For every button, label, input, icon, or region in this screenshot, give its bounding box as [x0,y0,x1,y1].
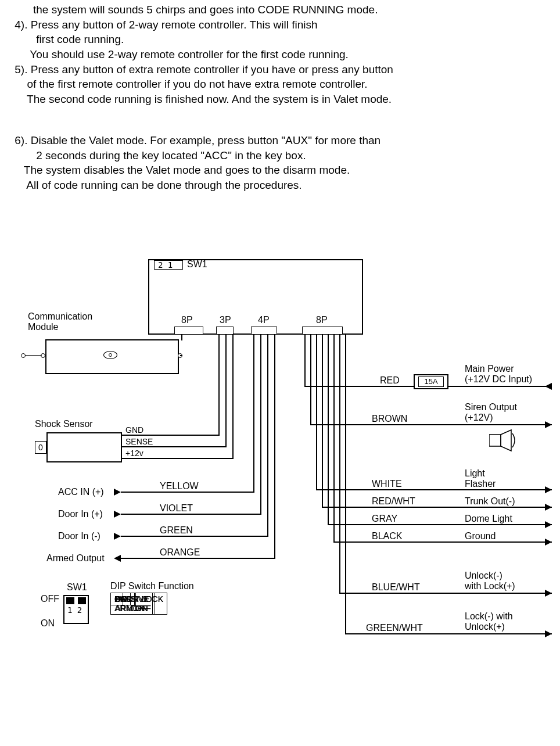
shock-wire-12v-v [232,335,234,459]
text-line: 6). Disable the Valet mode. For example,… [12,133,548,148]
li-name-1: ACC IN (+) [58,487,104,497]
comm-pin-left-wire [24,355,42,356]
text-line: 2 seconds during the key located "ACC" i… [12,148,548,163]
ro-h1b [448,386,552,387]
sw1-slot1 [66,597,74,604]
port-4p [251,327,277,335]
port-8p-b-label: 8P [316,315,328,325]
ro-color-1: RED [380,375,400,386]
li-v2 [260,335,261,515]
shock-sensor-box [46,432,122,462]
port-4p-label: 4P [258,315,270,325]
li-color-1: YELLOW [160,481,199,492]
ro-color-7: BLUE/WHT [372,582,420,593]
text-line: of the first remote controller if you do… [12,77,548,92]
text-line: The system disables the Valet mode and g… [12,163,548,178]
port-3p [216,327,234,335]
ro-h7 [339,593,552,594]
dip-title: DIP Switch Function [110,581,194,591]
wiring-diagram: 2 1 SW1 8P 3P 4P 8P Communication Module… [0,224,560,706]
instruction-text: the system will sounds 5 chirps and goes… [0,0,560,195]
comm-wire-h [180,355,182,356]
ro-v8 [345,335,346,634]
ro-v6 [333,335,335,543]
text-line: the system will sounds 5 chirps and goes… [12,2,548,17]
shock-wire-12v [122,458,234,459]
ro-v2 [310,335,311,425]
li-name-3: Door In (-) [58,531,100,541]
li-h3 [121,536,268,537]
ro-color-2: BROWN [372,414,407,424]
sw1-detail-title: SW1 [67,582,87,593]
text-line: 5). Press any button of extra remote con… [12,62,548,77]
main-module-box [148,259,363,335]
ro-h5 [328,524,552,525]
shock-wire-sense-v [225,335,227,447]
ro-h8 [345,633,552,634]
ro-a6 [545,539,552,546]
ro-v3 [316,335,317,490]
ro-h1a [304,386,414,387]
li-color-3: GREEN [160,525,193,536]
ro-v7 [339,335,340,594]
ro-a3 [545,486,552,493]
shock-gnd-label: GND [125,425,143,435]
shock-sense-label: SENSE [125,437,153,446]
text-line: 4). Press any button of 2-way remote con… [12,17,548,33]
li-v1 [253,335,254,493]
ro-name-8: Lock(-) with Unlock(+) [465,611,513,632]
li-a2 [114,511,121,518]
li-v3 [267,335,268,537]
ro-h2 [310,424,552,425]
port-8p-a-label: 8P [181,315,193,325]
comm-pin-left-end [21,353,26,358]
ro-color-8: GREEN/WHT [366,623,423,633]
ro-name-7: Unlock(-) with Lock(+) [465,571,515,591]
ro-a1 [545,383,552,390]
comm-module-label: Communication Module [28,311,92,332]
comm-wire-v [181,335,182,340]
li-color-2: VIOLET [160,503,193,514]
ro-color-4: RED/WHT [372,496,415,507]
sw1-21-label: 2 1 [158,260,173,270]
shock-sensor-label: Shock Sensor [35,419,93,429]
ro-h3 [316,489,552,490]
fuse-box: 15A [418,376,444,387]
ro-name-3: Light Flasher [465,468,496,489]
text-line [12,106,548,121]
ro-h4 [322,507,552,508]
text-line: first code running. [12,32,548,47]
li-h4 [121,558,275,559]
svg-rect-0 [489,435,501,446]
li-color-4: ORANGE [160,547,200,558]
li-h2 [121,514,261,515]
sw1-label: SW1 [187,259,207,270]
shock-wire-sense [122,446,227,447]
port-8p-a [174,327,203,335]
ro-v4 [322,335,323,508]
ro-a2 [545,421,552,428]
li-h1 [121,492,254,493]
comm-module-pupil [109,353,112,357]
sw1-on-label: ON [41,618,55,629]
ro-a4 [545,504,552,511]
text-line: You should use 2-way remote controller f… [12,47,548,62]
li-name-4: Armed Output [46,553,105,564]
shock-wire-gnd [122,435,220,436]
shock-12v-label: +12v [125,449,143,458]
ro-a5 [545,521,552,528]
ro-v5 [328,335,329,525]
ro-color-6: BLACK [372,531,402,541]
sw1-off-label: OFF [41,594,59,604]
ro-name-5: Dome Light [465,514,512,524]
sw1-slot2 [78,597,86,604]
port-8p-b [302,327,343,335]
li-a1 [114,489,121,496]
ro-color-3: WHITE [372,479,402,489]
sw1-12-label: 1 2 [67,605,82,615]
ro-v1 [304,335,306,387]
li-v4 [274,335,275,559]
shock-sensor-tab: 0 [35,441,46,454]
ro-name-2: Siren Output (+12V) [465,402,517,423]
li-a3 [114,533,121,540]
